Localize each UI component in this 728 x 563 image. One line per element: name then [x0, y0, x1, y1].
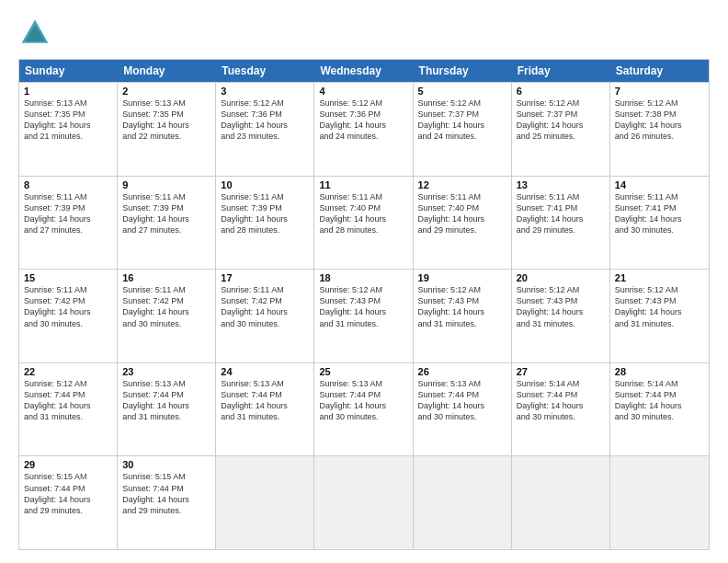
calendar-body: 1Sunrise: 5:13 AMSunset: 7:35 PMDaylight…: [19, 82, 709, 549]
day-details: Sunrise: 5:11 AMSunset: 7:42 PMDaylight:…: [24, 284, 112, 329]
day-number: 1: [24, 86, 112, 97]
day-cell-15: 15Sunrise: 5:11 AMSunset: 7:42 PMDayligh…: [19, 270, 118, 362]
day-cell-12: 12Sunrise: 5:11 AMSunset: 7:40 PMDayligh…: [414, 177, 512, 270]
day-details: Sunrise: 5:11 AMSunset: 7:40 PMDaylight:…: [418, 191, 506, 236]
day-cell-16: 16Sunrise: 5:11 AMSunset: 7:42 PMDayligh…: [118, 270, 216, 362]
header-day-friday: Friday: [512, 60, 610, 82]
day-details: Sunrise: 5:12 AMSunset: 7:43 PMDaylight:…: [319, 284, 407, 329]
day-details: Sunrise: 5:13 AMSunset: 7:44 PMDaylight:…: [319, 378, 407, 423]
day-details: Sunrise: 5:11 AMSunset: 7:39 PMDaylight:…: [122, 191, 210, 236]
day-details: Sunrise: 5:15 AMSunset: 7:44 PMDaylight:…: [24, 471, 112, 516]
day-details: Sunrise: 5:11 AMSunset: 7:42 PMDaylight:…: [122, 284, 210, 329]
day-details: Sunrise: 5:13 AMSunset: 7:35 PMDaylight:…: [122, 98, 210, 143]
day-cell-6: 6Sunrise: 5:12 AMSunset: 7:37 PMDaylight…: [512, 83, 610, 176]
calendar-header: SundayMondayTuesdayWednesdayThursdayFrid…: [19, 60, 709, 82]
day-number: 9: [122, 179, 210, 190]
day-details: Sunrise: 5:11 AMSunset: 7:41 PMDaylight:…: [615, 191, 704, 236]
day-number: 25: [319, 366, 407, 377]
day-details: Sunrise: 5:12 AMSunset: 7:43 PMDaylight:…: [418, 284, 506, 329]
top-section: [18, 17, 710, 50]
day-number: 13: [517, 179, 605, 190]
empty-cell: [414, 456, 512, 549]
day-number: 15: [24, 272, 112, 283]
day-cell-29: 29Sunrise: 5:15 AMSunset: 7:44 PMDayligh…: [19, 456, 118, 549]
day-number: 19: [418, 272, 506, 283]
day-details: Sunrise: 5:14 AMSunset: 7:44 PMDaylight:…: [517, 378, 605, 423]
day-details: Sunrise: 5:12 AMSunset: 7:37 PMDaylight:…: [418, 98, 506, 143]
day-cell-9: 9Sunrise: 5:11 AMSunset: 7:39 PMDaylight…: [118, 177, 216, 270]
empty-cell: [216, 456, 314, 549]
day-number: 16: [122, 272, 210, 283]
day-number: 30: [122, 459, 210, 470]
day-details: Sunrise: 5:11 AMSunset: 7:42 PMDaylight:…: [221, 284, 309, 329]
day-number: 5: [418, 86, 506, 97]
day-cell-30: 30Sunrise: 5:15 AMSunset: 7:44 PMDayligh…: [118, 456, 216, 549]
day-details: Sunrise: 5:12 AMSunset: 7:36 PMDaylight:…: [221, 98, 309, 143]
empty-cell: [314, 456, 413, 549]
day-cell-11: 11Sunrise: 5:11 AMSunset: 7:40 PMDayligh…: [314, 177, 413, 270]
day-cell-27: 27Sunrise: 5:14 AMSunset: 7:44 PMDayligh…: [512, 363, 610, 456]
day-details: Sunrise: 5:12 AMSunset: 7:44 PMDaylight:…: [24, 378, 112, 423]
day-number: 29: [24, 459, 112, 470]
page: SundayMondayTuesdayWednesdayThursdayFrid…: [0, 0, 728, 563]
day-details: Sunrise: 5:12 AMSunset: 7:36 PMDaylight:…: [319, 98, 407, 143]
day-details: Sunrise: 5:12 AMSunset: 7:43 PMDaylight:…: [615, 284, 704, 329]
day-number: 10: [221, 179, 309, 190]
day-number: 27: [517, 366, 605, 377]
day-number: 14: [615, 179, 704, 190]
header-day-monday: Monday: [118, 60, 216, 82]
header-day-wednesday: Wednesday: [314, 60, 413, 82]
day-cell-2: 2Sunrise: 5:13 AMSunset: 7:35 PMDaylight…: [118, 83, 216, 176]
day-cell-7: 7Sunrise: 5:12 AMSunset: 7:38 PMDaylight…: [610, 83, 709, 176]
day-details: Sunrise: 5:14 AMSunset: 7:44 PMDaylight:…: [615, 378, 704, 423]
day-number: 8: [24, 179, 112, 190]
day-cell-23: 23Sunrise: 5:13 AMSunset: 7:44 PMDayligh…: [118, 363, 216, 456]
header-day-tuesday: Tuesday: [216, 60, 314, 82]
day-number: 12: [418, 179, 506, 190]
day-cell-20: 20Sunrise: 5:12 AMSunset: 7:43 PMDayligh…: [512, 270, 610, 362]
logo: [18, 17, 55, 50]
day-number: 21: [615, 272, 704, 283]
day-number: 24: [221, 366, 309, 377]
day-cell-28: 28Sunrise: 5:14 AMSunset: 7:44 PMDayligh…: [610, 363, 709, 456]
header-day-sunday: Sunday: [19, 60, 118, 82]
day-cell-17: 17Sunrise: 5:11 AMSunset: 7:42 PMDayligh…: [216, 270, 314, 362]
day-cell-22: 22Sunrise: 5:12 AMSunset: 7:44 PMDayligh…: [19, 363, 118, 456]
day-number: 3: [221, 86, 309, 97]
day-number: 2: [122, 86, 210, 97]
day-cell-24: 24Sunrise: 5:13 AMSunset: 7:44 PMDayligh…: [216, 363, 314, 456]
day-cell-1: 1Sunrise: 5:13 AMSunset: 7:35 PMDaylight…: [19, 83, 118, 176]
day-number: 28: [615, 366, 704, 377]
day-details: Sunrise: 5:13 AMSunset: 7:35 PMDaylight:…: [24, 98, 112, 143]
day-details: Sunrise: 5:11 AMSunset: 7:41 PMDaylight:…: [517, 191, 605, 236]
day-number: 20: [517, 272, 605, 283]
day-details: Sunrise: 5:11 AMSunset: 7:40 PMDaylight:…: [319, 191, 407, 236]
calendar-week-3: 15Sunrise: 5:11 AMSunset: 7:42 PMDayligh…: [19, 269, 709, 362]
day-cell-8: 8Sunrise: 5:11 AMSunset: 7:39 PMDaylight…: [19, 177, 118, 270]
day-details: Sunrise: 5:11 AMSunset: 7:39 PMDaylight:…: [24, 191, 112, 236]
empty-cell: [610, 456, 709, 549]
day-details: Sunrise: 5:13 AMSunset: 7:44 PMDaylight:…: [122, 378, 210, 423]
calendar-week-1: 1Sunrise: 5:13 AMSunset: 7:35 PMDaylight…: [19, 82, 709, 176]
day-cell-19: 19Sunrise: 5:12 AMSunset: 7:43 PMDayligh…: [414, 270, 512, 362]
day-number: 4: [319, 86, 407, 97]
day-cell-4: 4Sunrise: 5:12 AMSunset: 7:36 PMDaylight…: [314, 83, 413, 176]
day-cell-21: 21Sunrise: 5:12 AMSunset: 7:43 PMDayligh…: [610, 270, 709, 362]
calendar-week-5: 29Sunrise: 5:15 AMSunset: 7:44 PMDayligh…: [19, 455, 709, 549]
day-cell-25: 25Sunrise: 5:13 AMSunset: 7:44 PMDayligh…: [314, 363, 413, 456]
day-details: Sunrise: 5:12 AMSunset: 7:43 PMDaylight:…: [517, 284, 605, 329]
day-number: 18: [319, 272, 407, 283]
day-cell-26: 26Sunrise: 5:13 AMSunset: 7:44 PMDayligh…: [414, 363, 512, 456]
day-cell-5: 5Sunrise: 5:12 AMSunset: 7:37 PMDaylight…: [414, 83, 512, 176]
logo-icon: [18, 17, 51, 50]
day-details: Sunrise: 5:11 AMSunset: 7:39 PMDaylight:…: [221, 191, 309, 236]
header-day-saturday: Saturday: [610, 60, 709, 82]
day-details: Sunrise: 5:15 AMSunset: 7:44 PMDaylight:…: [122, 471, 210, 516]
day-cell-3: 3Sunrise: 5:12 AMSunset: 7:36 PMDaylight…: [216, 83, 314, 176]
day-number: 23: [122, 366, 210, 377]
day-details: Sunrise: 5:13 AMSunset: 7:44 PMDaylight:…: [221, 378, 309, 423]
calendar: SundayMondayTuesdayWednesdayThursdayFrid…: [18, 59, 710, 550]
day-details: Sunrise: 5:12 AMSunset: 7:38 PMDaylight:…: [615, 98, 704, 143]
day-cell-18: 18Sunrise: 5:12 AMSunset: 7:43 PMDayligh…: [314, 270, 413, 362]
day-number: 26: [418, 366, 506, 377]
